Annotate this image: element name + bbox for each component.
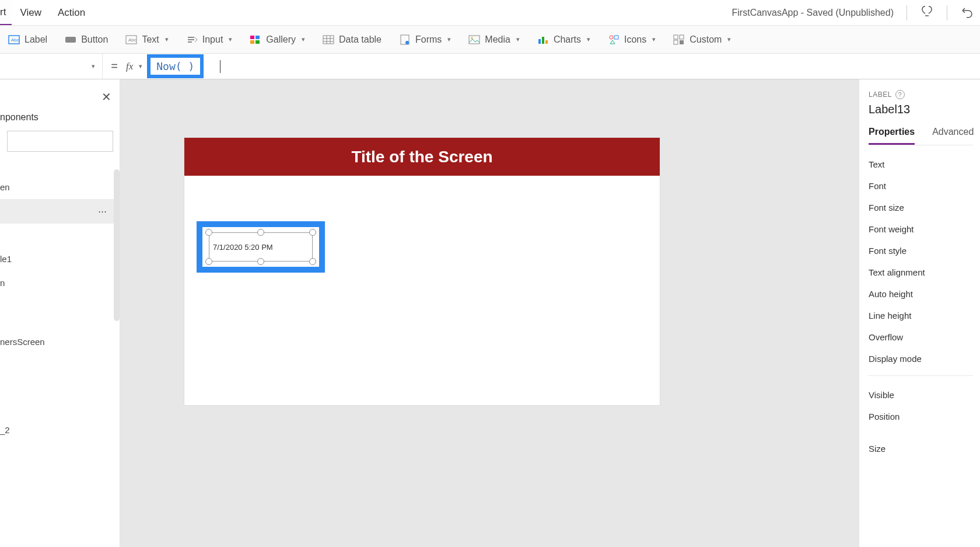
svg-rect-12 bbox=[323, 36, 334, 44]
property-dropdown[interactable]: ▾ bbox=[0, 54, 103, 79]
svg-rect-27 bbox=[680, 35, 684, 39]
resize-handle[interactable] bbox=[257, 258, 264, 265]
menu-item-view[interactable]: View bbox=[12, 7, 50, 19]
ribbon-charts[interactable]: Charts ▾ bbox=[537, 34, 590, 45]
tree-item[interactable]: le1 bbox=[0, 247, 120, 271]
svg-rect-8 bbox=[250, 36, 254, 39]
ribbon-media[interactable]: Media ▾ bbox=[468, 34, 520, 45]
chevron-down-icon: ▾ bbox=[587, 36, 590, 43]
svg-rect-11 bbox=[256, 40, 260, 44]
chevron-down-icon[interactable]: ▾ bbox=[139, 62, 142, 70]
ribbon-gallery[interactable]: Gallery ▾ bbox=[250, 34, 305, 45]
control-type-text: LABEL bbox=[869, 90, 892, 99]
canvas-area[interactable]: Title of the Screen 7/1/2020 5:20 PM bbox=[120, 79, 859, 547]
label-text: 7/1/2020 5:20 PM bbox=[213, 243, 273, 252]
app-status-label: FirstCanvasApp - Saved (Unpublished) bbox=[732, 8, 894, 18]
ribbon-custom-text: Custom bbox=[690, 34, 722, 45]
prop-font-style[interactable]: Font style bbox=[869, 240, 973, 262]
tree-panel: ✕ nponents en ⋯ le1 n nersScreen _2 bbox=[0, 79, 120, 547]
resize-handle[interactable] bbox=[257, 229, 264, 236]
resize-handle[interactable] bbox=[309, 229, 316, 236]
ribbon-datatable[interactable]: Data table bbox=[323, 34, 382, 45]
tree-item[interactable]: nersScreen bbox=[0, 330, 120, 354]
close-icon[interactable]: ✕ bbox=[102, 90, 111, 104]
ribbon-custom[interactable]: Custom ▾ bbox=[673, 34, 731, 45]
menu-tab-insert[interactable]: rt bbox=[0, 0, 12, 25]
formula-input[interactable]: Now( ) bbox=[147, 54, 204, 78]
tree-item[interactable]: n bbox=[0, 271, 120, 295]
fx-label: fx bbox=[126, 61, 133, 72]
ribbon-forms[interactable]: Forms ▾ bbox=[399, 34, 451, 45]
panel-tabs: Properties Advanced bbox=[869, 127, 973, 145]
ribbon-icons-text: Icons bbox=[624, 34, 646, 45]
prop-font-size[interactable]: Font size bbox=[869, 197, 973, 218]
prop-overflow[interactable]: Overflow bbox=[869, 326, 973, 348]
divider bbox=[947, 5, 947, 20]
prop-font[interactable]: Font bbox=[869, 175, 973, 197]
menu-item-action[interactable]: Action bbox=[50, 7, 93, 19]
prop-display-mode[interactable]: Display mode bbox=[869, 348, 973, 370]
prop-visible[interactable]: Visible bbox=[869, 384, 973, 406]
main-area: ✕ nponents en ⋯ le1 n nersScreen _2 Titl… bbox=[0, 79, 980, 547]
svg-text:Abc: Abc bbox=[11, 37, 19, 43]
chevron-down-icon: ▾ bbox=[516, 36, 520, 43]
scrollbar[interactable] bbox=[114, 169, 120, 321]
prop-size[interactable]: Size bbox=[869, 438, 973, 459]
ribbon-text[interactable]: Abc Text ▾ bbox=[125, 34, 168, 45]
prop-font-weight[interactable]: Font weight bbox=[869, 218, 973, 240]
chevron-down-icon: ▾ bbox=[92, 62, 95, 70]
formula-bar: ▾ = fx ▾ Now( ) bbox=[0, 54, 980, 79]
tab-properties[interactable]: Properties bbox=[869, 127, 915, 145]
svg-rect-21 bbox=[538, 39, 541, 44]
ribbon-forms-text: Forms bbox=[415, 34, 442, 45]
selected-label-control[interactable]: 7/1/2020 5:20 PM bbox=[209, 232, 313, 262]
control-name[interactable]: Label13 bbox=[869, 103, 973, 116]
ribbon-button[interactable]: Button bbox=[65, 34, 108, 45]
titlebar-right-cluster: FirstCanvasApp - Saved (Unpublished) bbox=[732, 0, 974, 25]
ribbon-icons[interactable]: Icons ▾ bbox=[608, 34, 656, 45]
chevron-down-icon: ▾ bbox=[652, 36, 656, 43]
prop-text[interactable]: Text bbox=[869, 154, 973, 175]
svg-rect-22 bbox=[542, 37, 544, 44]
chevron-down-icon: ▾ bbox=[727, 36, 731, 43]
text-cursor-icon bbox=[220, 60, 220, 73]
app-checker-icon[interactable] bbox=[920, 5, 934, 21]
prop-line-height[interactable]: Line height bbox=[869, 305, 973, 326]
ribbon-label[interactable]: Abc Label bbox=[8, 34, 47, 45]
tree-search-input[interactable] bbox=[7, 131, 113, 152]
equals-label: = bbox=[103, 60, 126, 73]
components-tab[interactable]: nponents bbox=[0, 112, 120, 123]
svg-text:Abc: Abc bbox=[128, 37, 136, 43]
undo-icon[interactable] bbox=[960, 5, 974, 21]
svg-point-24 bbox=[610, 36, 613, 39]
control-type-label: LABEL ? bbox=[869, 90, 973, 99]
resize-handle[interactable] bbox=[205, 229, 212, 236]
selected-label-highlight: 7/1/2020 5:20 PM bbox=[197, 221, 325, 273]
prop-auto-height[interactable]: Auto height bbox=[869, 283, 973, 305]
svg-rect-29 bbox=[680, 40, 684, 44]
prop-text-alignment[interactable]: Text alignment bbox=[869, 262, 973, 283]
svg-rect-25 bbox=[614, 36, 618, 39]
ribbon-datatable-text: Data table bbox=[339, 34, 382, 45]
svg-rect-19 bbox=[469, 36, 480, 44]
ribbon-input-text: Input bbox=[202, 34, 223, 45]
ribbon-gallery-text: Gallery bbox=[266, 34, 296, 45]
resize-handle[interactable] bbox=[205, 258, 212, 265]
label-icon: Abc bbox=[8, 34, 20, 45]
ribbon-media-text: Media bbox=[485, 34, 510, 45]
resize-handle[interactable] bbox=[309, 258, 316, 265]
more-icon[interactable]: ⋯ bbox=[98, 206, 107, 217]
tree-item[interactable]: _2 bbox=[0, 418, 120, 442]
tree-item-selected[interactable]: ⋯ bbox=[0, 199, 120, 224]
menu-tab-label: rt bbox=[0, 6, 6, 18]
prop-position[interactable]: Position bbox=[869, 406, 973, 427]
screen-artboard[interactable]: Title of the Screen 7/1/2020 5:20 PM bbox=[184, 138, 660, 405]
ribbon-input[interactable]: Input ▾ bbox=[186, 34, 233, 45]
help-icon[interactable]: ? bbox=[895, 90, 905, 99]
screen-title-label[interactable]: Title of the Screen bbox=[184, 138, 660, 176]
chevron-down-icon: ▾ bbox=[165, 36, 169, 43]
chevron-down-icon: ▾ bbox=[302, 36, 305, 43]
tab-advanced[interactable]: Advanced bbox=[932, 127, 974, 145]
svg-rect-28 bbox=[674, 40, 678, 44]
tree-item[interactable]: en bbox=[0, 175, 120, 199]
